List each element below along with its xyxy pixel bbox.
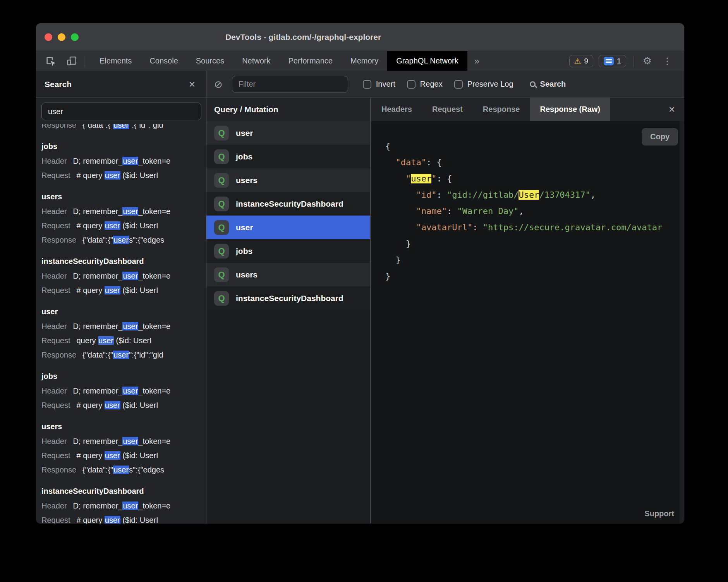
search-result-row[interactable]: Request# query user ($id: UserI — [41, 283, 206, 298]
json-token: { — [385, 141, 390, 151]
tab-graphql-network[interactable]: GraphQL Network — [387, 51, 467, 71]
result-text: _token=e — [138, 387, 170, 395]
search-input[interactable] — [41, 103, 201, 120]
query-list-item-users[interactable]: Qusers — [206, 168, 370, 192]
tab-request[interactable]: Request — [422, 98, 473, 121]
checkbox-preserve-log[interactable]: Preserve Log — [454, 80, 513, 89]
query-list-item-user[interactable]: Quser — [206, 216, 370, 239]
search-result-row[interactable]: Request# query user ($id: UserI — [41, 513, 206, 524]
json-token: "avatarUrl" — [416, 223, 472, 232]
query-list-item-instancesecuritydashboard[interactable]: QinstanceSecurityDashboard — [206, 286, 370, 310]
kebab-menu-icon[interactable]: ⋮ — [659, 56, 675, 67]
json-token: } — [385, 271, 390, 281]
result-row-value: D; remember_user_token=e — [73, 322, 171, 330]
result-row-value: D; remember_user_token=e — [73, 272, 171, 280]
tab-sources[interactable]: Sources — [187, 51, 233, 71]
tab-console[interactable]: Console — [141, 51, 187, 71]
search-panel-title: Search — [45, 80, 72, 89]
device-toolbar-icon[interactable] — [65, 55, 78, 67]
search-result-row[interactable]: HeaderD; remember_user_token=e — [41, 204, 206, 219]
search-match-highlight-yellow: user — [411, 174, 431, 183]
tab-network[interactable]: Network — [233, 51, 279, 71]
search-result-row[interactable]: Request# query user ($id: UserI — [41, 448, 206, 463]
search-result-row[interactable]: Response{"data":{"user":{"id":"gid — [41, 348, 206, 362]
query-item-label: jobs — [236, 152, 252, 161]
tab-headers[interactable]: Headers — [371, 98, 422, 121]
checkbox-label: Regex — [420, 80, 443, 89]
query-list-item-user[interactable]: Quser — [206, 121, 370, 145]
query-item-label: instanceSecurityDashboard — [236, 199, 343, 209]
json-token: , — [519, 206, 524, 216]
toolbar-divider — [84, 55, 84, 67]
search-match-highlight: user — [113, 351, 129, 359]
result-text: ($id: UserI — [120, 221, 158, 230]
tab-elements[interactable]: Elements — [91, 51, 141, 71]
tab-response-raw[interactable]: Response (Raw) — [530, 98, 610, 121]
settings-gear-icon[interactable]: ⚙ — [640, 55, 654, 67]
search-result-row[interactable]: Request# query user ($id: UserI — [41, 219, 206, 233]
toolbar-divider — [633, 55, 634, 67]
search-match-highlight: user — [105, 451, 120, 460]
search-result-row[interactable]: Request# query user ($id: UserI — [41, 398, 206, 413]
search-section-title: user — [41, 304, 206, 319]
minimize-window-button[interactable] — [58, 33, 65, 41]
result-text: D; remember_ — [73, 207, 123, 216]
panel-tabs: ElementsConsoleSourcesNetworkPerformance… — [91, 51, 387, 71]
result-text: # query — [77, 401, 105, 409]
tab-response[interactable]: Response — [473, 98, 530, 121]
result-row-value: D; remember_user_token=e — [73, 157, 171, 165]
search-match-highlight: user — [122, 437, 138, 445]
query-list: QuserQjobsQusersQinstanceSecurityDashboa… — [206, 121, 370, 310]
search-match-highlight: user — [122, 502, 138, 510]
result-text: s":{"edges — [129, 236, 164, 244]
search-result-row[interactable]: Response{"data":{"users":{"edges — [41, 233, 206, 247]
result-row-label: Header — [41, 387, 67, 395]
query-list-item-instancesecuritydashboard[interactable]: QinstanceSecurityDashboard — [206, 192, 370, 216]
close-detail-icon[interactable]: × — [659, 98, 684, 121]
warnings-badge[interactable]: ⚠ 9 — [569, 55, 594, 67]
search-result-row[interactable]: HeaderD; remember_user_token=e — [41, 154, 206, 168]
result-text: # query — [77, 516, 105, 524]
copy-button[interactable]: Copy — [642, 128, 678, 146]
search-result-row[interactable]: Response{"data":{"users":{"edges — [41, 463, 206, 477]
close-search-icon[interactable]: × — [189, 79, 195, 90]
query-list-item-jobs[interactable]: Qjobs — [206, 239, 370, 263]
search-result-row[interactable]: Response{"data":{"user":{"id":"gid — [41, 124, 206, 132]
filter-input[interactable] — [232, 76, 348, 93]
result-row-label: Request — [41, 516, 70, 524]
search-result-row[interactable]: Requestquery user ($id: UserI — [41, 334, 206, 348]
support-link[interactable]: Support — [644, 509, 674, 518]
search-result-row[interactable]: HeaderD; remember_user_token=e — [41, 319, 206, 334]
search-result-row[interactable]: HeaderD; remember_user_token=e — [41, 269, 206, 283]
checkbox-invert[interactable]: Invert — [363, 80, 395, 89]
clear-log-icon[interactable]: ⊘ — [214, 79, 223, 89]
json-line: "user": { — [385, 171, 684, 187]
search-result-row[interactable]: HeaderD; remember_user_token=e — [41, 434, 206, 448]
query-list-item-jobs[interactable]: Qjobs — [206, 145, 370, 168]
json-token: : — [472, 223, 483, 232]
json-token: "Warren Day" — [457, 206, 519, 216]
result-text: ($id: UserI — [120, 451, 158, 460]
more-tabs-chevron-icon[interactable]: » — [467, 51, 486, 71]
inspect-element-icon[interactable] — [45, 55, 57, 67]
network-filter-bar: ⊘ InvertRegexPreserve Log Search — [206, 71, 684, 98]
result-row-label: Header — [41, 207, 67, 216]
checkbox-regex[interactable]: Regex — [407, 80, 443, 89]
tab-memory[interactable]: Memory — [342, 51, 387, 71]
search-icon — [530, 81, 536, 87]
result-text: query — [77, 336, 98, 345]
warning-count: 9 — [584, 57, 589, 65]
close-window-button[interactable] — [45, 33, 52, 41]
search-toggle[interactable]: Search — [530, 80, 566, 89]
search-result-row[interactable]: HeaderD; remember_user_token=e — [41, 384, 206, 398]
search-match-highlight: user — [122, 207, 138, 216]
tab-performance[interactable]: Performance — [280, 51, 342, 71]
query-list-item-users[interactable]: Qusers — [206, 263, 370, 286]
result-row-label: Header — [41, 157, 67, 165]
query-type-badge: Q — [214, 197, 229, 211]
search-result-row[interactable]: HeaderD; remember_user_token=e — [41, 499, 206, 513]
issues-badge[interactable]: 1 — [599, 55, 626, 67]
search-result-row[interactable]: Request# query user ($id: UserI — [41, 168, 206, 183]
json-line: } — [385, 252, 684, 268]
zoom-window-button[interactable] — [71, 33, 79, 41]
